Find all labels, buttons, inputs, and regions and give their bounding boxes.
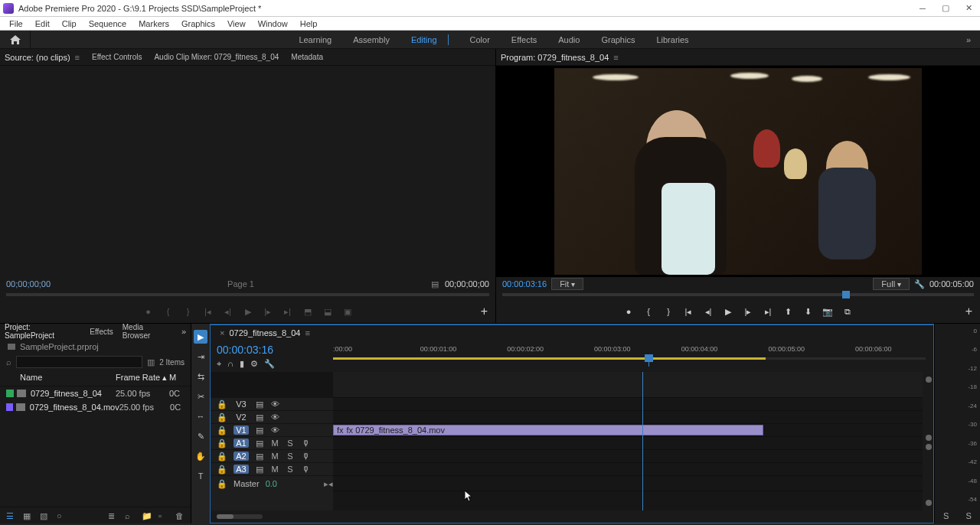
prg-button-editor[interactable]: + (965, 305, 972, 318)
menu-view[interactable]: View (221, 19, 252, 28)
menu-clip[interactable]: Clip (56, 19, 83, 28)
tab-media-browser[interactable]: Media Browser (122, 323, 172, 340)
new-item-icon[interactable]: ▫ (158, 511, 168, 520)
mute-button[interactable]: M (270, 439, 279, 448)
mute-button[interactable]: M (270, 452, 279, 461)
header-name[interactable]: Name (20, 373, 116, 383)
ripple-edit-tool[interactable]: ⇆ (194, 370, 207, 383)
wrench-icon[interactable]: 🔧 (914, 279, 925, 289)
prg-add-marker-button[interactable]: ● (622, 305, 635, 318)
timeline-playhead[interactable] (648, 356, 649, 367)
program-tc-left[interactable]: 00:00:03:16 (502, 279, 547, 289)
src-button-editor[interactable]: + (481, 305, 488, 318)
lock-icon[interactable]: 🔒 (217, 399, 227, 409)
program-scale-select[interactable]: Fit ▾ (551, 278, 583, 290)
eye-icon[interactable]: 👁 (270, 426, 279, 435)
src-add-marker-button[interactable]: ● (142, 305, 155, 318)
prg-play-button[interactable]: ▶ (722, 305, 734, 318)
side-marker[interactable] (926, 377, 932, 383)
lock-icon[interactable]: 🔒 (217, 465, 227, 474)
lane-master[interactable] (333, 476, 923, 491)
lock-icon[interactable]: 🔒 (217, 412, 227, 422)
track-header-v3[interactable]: 🔒V3▤👁 (211, 398, 333, 411)
prg-lift-button[interactable]: ⬆ (782, 305, 794, 318)
timeline-ruler[interactable]: :00:00 00:00:01:00 00:00:02:00 00:00:03:… (333, 341, 933, 370)
tab-source[interactable]: Source: (no clips)≡ (5, 53, 80, 62)
minimize-button[interactable]: ─ (911, 0, 934, 17)
menu-sequence[interactable]: Sequence (83, 19, 133, 28)
prg-export-frame-button[interactable]: 📷 (822, 305, 834, 318)
track-select-tool[interactable]: ⇥ (194, 350, 207, 364)
src-mark-out-button[interactable]: } (182, 305, 194, 318)
source-view-icon[interactable]: ▤ (431, 279, 439, 289)
toggle-output-icon[interactable]: ▤ (255, 439, 264, 448)
more-workspaces-button[interactable]: » (957, 35, 980, 44)
lock-icon[interactable]: 🔒 (217, 452, 227, 461)
menu-edit[interactable]: Edit (29, 19, 56, 28)
side-marker[interactable] (926, 500, 932, 506)
prg-mark-out-button[interactable]: } (662, 305, 675, 318)
toggle-output-icon[interactable]: ▤ (255, 465, 264, 474)
filter-icon[interactable]: ▥ (147, 357, 155, 367)
icon-view-icon[interactable]: ▦ (23, 511, 32, 520)
find-icon[interactable]: ⌕ (125, 511, 134, 520)
mute-button[interactable]: M (270, 465, 279, 474)
list-view-icon[interactable]: ☰ (6, 511, 15, 520)
src-goto-out-button[interactable]: ▸| (282, 305, 294, 318)
src-goto-in-button[interactable]: |◂ (202, 305, 214, 318)
program-tab-menu-icon[interactable]: ≡ (613, 53, 618, 62)
prg-goto-in-button[interactable]: |◂ (682, 305, 694, 318)
linked-sel-icon[interactable]: ∩ (227, 359, 234, 369)
ws-graphics[interactable]: Graphics (601, 35, 635, 44)
prg-extract-button[interactable]: ⬇ (802, 305, 814, 318)
source-tab-menu-icon[interactable]: ≡ (75, 53, 80, 62)
solo-button[interactable]: S (286, 439, 295, 448)
wrench-icon[interactable]: 🔧 (264, 359, 275, 369)
tab-effect-controls[interactable]: Effect Controls (92, 53, 142, 61)
timeline-zoom-bar[interactable] (217, 514, 263, 519)
ws-color[interactable]: Color (470, 35, 490, 44)
track-header-a1[interactable]: 🔒A1▤MS🎙 (211, 437, 333, 450)
voice-icon[interactable]: 🎙 (301, 452, 310, 461)
src-export-frame-button[interactable]: ▣ (341, 305, 354, 318)
tab-program[interactable]: Program: 0729_fitness_8_04≡ (501, 53, 619, 62)
auto-sequence-icon[interactable]: ≣ (108, 511, 117, 520)
marker-icon[interactable]: ▮ (240, 359, 244, 369)
ruler-work-area[interactable] (333, 357, 926, 360)
ws-learning[interactable]: Learning (299, 35, 332, 44)
track-header-v1[interactable]: 🔒V1▤👁 (211, 424, 333, 437)
razor-tool[interactable]: ✂ (194, 390, 207, 403)
timeline-playhead-line[interactable] (642, 372, 643, 510)
src-overwrite-button[interactable]: ⬓ (322, 305, 334, 318)
source-scrub[interactable] (0, 291, 495, 300)
tab-effects-panel[interactable]: Effects (90, 328, 113, 336)
freeform-view-icon[interactable]: ▧ (40, 511, 49, 520)
toggle-output-icon[interactable]: ▤ (255, 452, 264, 461)
lane-a2[interactable] (333, 450, 923, 463)
toggle-output-icon[interactable]: ▤ (255, 426, 264, 435)
tab-metadata[interactable]: Metadata (291, 53, 323, 61)
ws-editing[interactable]: Editing (411, 35, 437, 44)
program-scrub[interactable] (496, 291, 980, 300)
toggle-output-icon[interactable]: ▤ (255, 399, 264, 409)
lane-v1[interactable]: fxfx 0729_fitness_8_04.mov (333, 424, 923, 437)
source-tc-left[interactable]: 00;00;00;00 (6, 279, 51, 289)
prg-step-back-button[interactable]: ◂| (702, 305, 714, 318)
lock-icon[interactable]: 🔒 (217, 439, 227, 448)
hand-tool[interactable]: ✋ (194, 449, 207, 463)
project-item-sequence[interactable]: 0729_fitness_8_04 25.00 fps 0C (0, 386, 191, 400)
ws-audio[interactable]: Audio (558, 35, 580, 44)
voice-icon[interactable]: 🎙 (301, 465, 310, 474)
prg-mark-in-button[interactable]: { (642, 305, 655, 318)
ws-effects[interactable]: Effects (511, 35, 537, 44)
menu-markers[interactable]: Markers (132, 19, 175, 28)
new-bin-icon[interactable]: 📁 (142, 511, 151, 520)
ws-assembly[interactable]: Assembly (353, 35, 390, 44)
src-play-button[interactable]: ▶ (242, 305, 254, 318)
timeline-clip[interactable]: fxfx 0729_fitness_8_04.mov (333, 425, 763, 435)
lane-a1[interactable] (333, 437, 923, 450)
menu-graphics[interactable]: Graphics (175, 19, 221, 28)
lane-a3[interactable] (333, 463, 923, 476)
src-insert-button[interactable]: ⬒ (302, 305, 314, 318)
menu-window[interactable]: Window (252, 19, 294, 28)
